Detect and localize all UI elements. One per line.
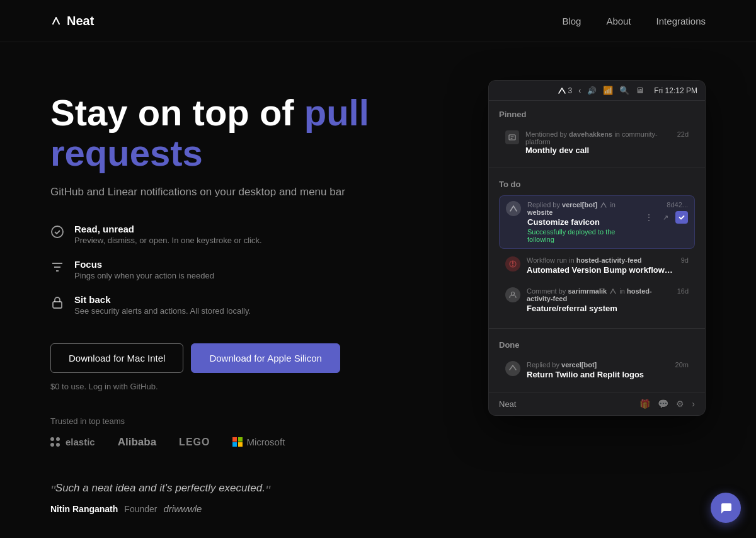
feature-title-0: Read, unread (74, 224, 262, 234)
done-section: Done Replied by vercel[bot] Return Twili… (489, 331, 705, 392)
feature-title-2: Sit back (74, 294, 251, 305)
gift-icon[interactable]: 🎁 (639, 399, 650, 409)
comment-icon[interactable]: 💬 (658, 399, 668, 409)
nav-integrations[interactable]: Integrations (656, 16, 706, 26)
alibaba-logo: Alibaba (118, 436, 156, 449)
external-link-icon[interactable]: ↗ (659, 211, 672, 224)
done-title: Done (499, 340, 695, 350)
svg-point-0 (52, 226, 63, 238)
feature-focus: Focus Pings only when your action is nee… (50, 259, 450, 280)
feature-title-1: Focus (74, 259, 214, 270)
elastic-icon (50, 437, 60, 447)
download-mac-intel-button[interactable]: Download for Mac Intel (50, 343, 183, 373)
lego-logo: LEGO (179, 437, 210, 448)
todo-time-2: 16d (677, 287, 689, 295)
todo-item-title-0: Customize favicon (527, 217, 636, 227)
todo-item-sub-0: Successfully deployed to the following (527, 228, 636, 243)
svg-rect-1 (53, 302, 62, 308)
panel-bottom-icons: 🎁 💬 ⚙ › (639, 399, 695, 409)
left-column: Stay on top of pull requests GitHub and … (50, 80, 450, 514)
app-preview: 3 ‹ 🔊 📶 🔍 🖥 Fri 12:12 PM Pinned (488, 80, 706, 416)
gear-icon[interactable]: ⚙ (676, 399, 684, 409)
todo-avatar-1 (505, 256, 520, 272)
wifi-icon: 📶 (603, 86, 613, 95)
nav-blog[interactable]: Blog (562, 16, 581, 26)
feature-desc-0: Preview, dismiss, or open. In one keystr… (74, 236, 262, 245)
main-content: Stay on top of pull requests GitHub and … (0, 42, 756, 514)
logo[interactable]: Neat (50, 14, 94, 28)
trusted-logos: elastic Alibaba LEGO Microsoft (50, 436, 450, 449)
todo-section: To do Replied by vercel[bot] in website … (489, 171, 705, 326)
free-text: $0 to use. Log in with GitHub. (50, 382, 450, 391)
testimonial-role: Founder (124, 504, 157, 514)
lock-icon (50, 295, 64, 309)
download-apple-silicon-button[interactable]: Download for Apple Silicon (191, 343, 340, 373)
panel-bottom: Neat 🎁 💬 ⚙ › (489, 392, 705, 415)
pinned-item[interactable]: Mentioned by davehakkens in community-pl… (499, 125, 695, 160)
trusted-section: Trusted in top teams elastic Alibaba LEG… (50, 416, 450, 449)
menu-count: 3 (568, 86, 573, 95)
nav-about[interactable]: About (606, 16, 631, 26)
volume-icon: 🔊 (587, 86, 597, 95)
features-list: Read, unread Preview, dismiss, or open. … (50, 224, 450, 316)
pinned-item-title: Monthly dev call (525, 146, 671, 155)
feature-sit-back: Sit back See security alerts and actions… (50, 294, 450, 316)
more-icon[interactable]: ⋮ (643, 211, 655, 224)
feature-desc-2: See security alerts and actions. All sto… (74, 306, 251, 316)
todo-title: To do (499, 180, 695, 189)
menu-bar-time: Fri 12:12 PM (654, 86, 697, 95)
testimonial-name: Nitin Ranganath (50, 504, 118, 514)
done-item-title-0: Return Twilio and Replit logos (527, 370, 669, 379)
svg-rect-2 (509, 135, 515, 140)
chevron-right-icon[interactable]: › (692, 399, 695, 409)
svg-point-4 (512, 292, 515, 295)
todo-actions-0: ⋮ ↗ (643, 211, 688, 224)
feature-desc-1: Pings only when your action is needed (74, 271, 214, 280)
testimonial-author: Nitin Ranganath Founder driwwwle (50, 503, 450, 514)
elastic-logo: elastic (50, 437, 95, 447)
hero-subtitle: GitHub and Linear notifications on your … (50, 186, 450, 198)
panel-bottom-label: Neat (499, 399, 516, 409)
divider-2 (489, 328, 705, 329)
pinned-title: Pinned (499, 110, 695, 119)
neat-logo-icon (50, 15, 62, 26)
hero-title: Stay on top of pull requests (50, 93, 450, 173)
back-icon: ‹ (578, 86, 581, 95)
hero-title-start: Stay on top of (50, 92, 304, 133)
pinned-section: Pinned Mentioned by davehakkens in commu… (489, 101, 705, 165)
pinned-time: 22d (677, 130, 689, 138)
check-circle-icon (50, 225, 64, 239)
testimonial: "Such a neat idea and it's perfectly exe… (50, 480, 450, 515)
app-window: 3 ‹ 🔊 📶 🔍 🖥 Fri 12:12 PM Pinned (488, 80, 706, 416)
filter-icon (50, 260, 64, 274)
feature-read-unread: Read, unread Preview, dismiss, or open. … (50, 224, 450, 245)
trusted-label: Trusted in top teams (50, 416, 450, 426)
todo-avatar-0 (506, 201, 521, 216)
done-time-0: 20m (675, 361, 689, 369)
app-panel: Pinned Mentioned by davehakkens in commu… (489, 101, 705, 415)
todo-item-1[interactable]: Workflow run in hosted-activity-feed Aut… (499, 251, 695, 280)
todo-item-title-1: Automated Version Bump workflow run fail… (527, 265, 675, 275)
neat-menu-icon: 3 (558, 86, 573, 95)
testimonial-quote: "Such a neat idea and it's perfectly exe… (50, 480, 450, 496)
microsoft-icon (232, 437, 243, 447)
testimonial-company: driwwwle (164, 503, 202, 514)
menu-bar: 3 ‹ 🔊 📶 🔍 🖥 Fri 12:12 PM (489, 81, 705, 101)
logo-text: Neat (67, 14, 94, 28)
pinned-icon (505, 130, 519, 144)
todo-item-2[interactable]: Comment by sarimrmalik in hosted-activit… (499, 282, 695, 318)
done-item-0[interactable]: Replied by vercel[bot] Return Twilio and… (499, 356, 695, 384)
todo-item-title-2: Feature/referral system (527, 304, 671, 313)
menu-bar-icons: 3 ‹ 🔊 📶 🔍 🖥 Fri 12:12 PM (558, 86, 697, 95)
chat-button[interactable] (711, 493, 741, 523)
done-avatar-0 (505, 361, 520, 376)
todo-avatar-2 (505, 287, 520, 302)
navbar: Neat Blog About Integrations (0, 0, 756, 42)
todo-item-0[interactable]: Replied by vercel[bot] in website Custom… (499, 195, 695, 249)
download-buttons: Download for Mac Intel Download for Appl… (50, 343, 450, 373)
display-icon: 🖥 (636, 86, 644, 95)
microsoft-logo: Microsoft (232, 437, 285, 447)
divider-1 (489, 168, 705, 168)
check-icon[interactable] (675, 211, 688, 224)
todo-time-1: 9d (681, 256, 689, 264)
